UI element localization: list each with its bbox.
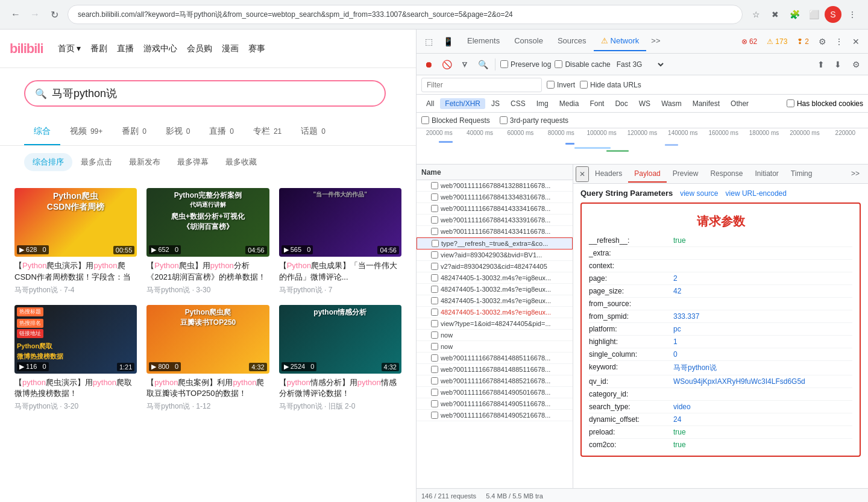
extension1-button[interactable]: ✖: [767, 6, 784, 23]
sort-综合排序[interactable]: 综合排序: [24, 153, 72, 171]
network-settings-icon[interactable]: ⚙: [849, 57, 863, 72]
clear-button[interactable]: 🚫: [439, 57, 454, 72]
video-card-2[interactable]: "当一件伟大的作品" 04:56 ▶ 565 0 【Python爬虫成果】「当一…: [279, 188, 401, 295]
req-item-2[interactable]: web?001111166788414333416678...: [417, 203, 573, 215]
payload-tab-headers[interactable]: Headers: [589, 166, 628, 183]
req-item-15[interactable]: web?001111166788414885116678...: [417, 353, 573, 364]
forward-button[interactable]: →: [27, 6, 43, 23]
back-button[interactable]: ←: [7, 6, 24, 23]
device-toolbar-icon[interactable]: 📱: [441, 34, 455, 49]
req-item-0[interactable]: web?001111166788413288116678...: [417, 180, 573, 192]
req-item-18[interactable]: web?001111166788414905016678...: [417, 387, 573, 398]
third-party-checkbox[interactable]: [500, 116, 508, 124]
inspect-element-icon[interactable]: ⬚: [421, 34, 436, 49]
req-item-16[interactable]: web?001111166788414885116678...: [417, 364, 573, 375]
nav-bangumi[interactable]: 番剧: [90, 43, 107, 54]
video-card-3[interactable]: 热搜标题 热搜排名 链接地址 Python爬取 微博热搜榜数据 1:21 ▶ 1…: [14, 305, 137, 412]
req-item-4[interactable]: web?001111166788414334116678...: [417, 226, 573, 237]
export-har-button[interactable]: ⬇: [831, 57, 845, 72]
req-item-3[interactable]: web?001111166788414333916678...: [417, 215, 573, 226]
req-item-5[interactable]: type?__refresh_=true&_extra=&co...: [417, 237, 573, 249]
tab-影视[interactable]: 影视 0: [156, 119, 200, 145]
tab-专栏[interactable]: 专栏 21: [244, 119, 291, 145]
req-item-1[interactable]: web?001111166788413348316678...: [417, 192, 573, 203]
payload-tab-response[interactable]: Response: [704, 166, 749, 183]
type-css[interactable]: CSS: [506, 98, 530, 109]
menu-button[interactable]: ⋮: [844, 6, 861, 23]
video-card-1[interactable]: Python完整分析案例 代码逐行讲解 爬虫+数据分析+可视化 《胡润百富榜》 …: [146, 188, 269, 295]
hide-data-urls-area[interactable]: Hide data URLs: [580, 81, 641, 89]
devtools-more-tabs[interactable]: >>: [646, 34, 665, 49]
payload-more-tabs[interactable]: >>: [845, 166, 866, 183]
invert-area[interactable]: Invert: [547, 81, 575, 89]
req-item-10[interactable]: 482474405-1-30032.m4s?e=ig8eux...: [417, 295, 573, 307]
type-other[interactable]: Other: [726, 98, 753, 109]
type-all[interactable]: All: [421, 98, 439, 109]
tab-sources[interactable]: Sources: [550, 31, 594, 51]
nav-home[interactable]: 首页 ▾: [58, 43, 81, 54]
type-font[interactable]: Font: [585, 98, 609, 109]
sort-最多点击[interactable]: 最多点击: [72, 153, 121, 171]
filter-toggle-button[interactable]: ⛛: [458, 57, 472, 72]
video-card-4[interactable]: Python爬虫爬 豆瓣读书TOP250 4:32 ▶ 800 0 【pytho…: [146, 305, 269, 412]
filter-input[interactable]: [421, 78, 542, 92]
disable-cache-area[interactable]: Disable cache: [555, 60, 610, 69]
nav-manga[interactable]: 漫画: [222, 43, 239, 54]
tab-话题[interactable]: 话题 0: [291, 119, 335, 145]
type-js[interactable]: JS: [486, 98, 505, 109]
video-card-0[interactable]: Python爬虫 CSDN作者周榜 00:55 ▶ 628 0 【Python爬…: [14, 188, 137, 295]
record-button[interactable]: ⏺: [421, 57, 436, 72]
devtools-more-options[interactable]: ⋮: [832, 34, 846, 49]
throttle-select[interactable]: Fast 3G Slow 3G No throttling: [614, 60, 665, 69]
payload-tab-preview[interactable]: Preview: [667, 166, 705, 183]
payload-tab-initiator[interactable]: Initiator: [749, 166, 784, 183]
reload-button[interactable]: ↻: [46, 6, 63, 23]
req-item-9[interactable]: 482474405-1-30032.m4s?e=ig8eux...: [417, 284, 573, 295]
window-button[interactable]: ⬜: [805, 6, 822, 23]
settings-icon[interactable]: ⚙: [815, 34, 829, 49]
search-box[interactable]: 🔍 马哥python说: [24, 80, 386, 107]
profile-button[interactable]: S: [825, 6, 841, 23]
payload-tab-payload[interactable]: Payload: [628, 166, 666, 183]
has-blocked-checkbox[interactable]: [787, 99, 794, 107]
nav-game[interactable]: 游戏中心: [143, 43, 177, 54]
req-item-8[interactable]: 482474405-1-30032.m4s?e=ig8eux...: [417, 272, 573, 284]
has-blocked-area[interactable]: Has blocked cookies: [787, 99, 863, 108]
req-item-20[interactable]: web?001111166788414905216678...: [417, 410, 573, 421]
req-item-12[interactable]: view?type=1&oid=482474405&pid=...: [417, 318, 573, 330]
tab-network[interactable]: ⚠ Network: [594, 31, 647, 51]
devtools-close-button[interactable]: ✕: [849, 34, 863, 49]
blocked-requests-item[interactable]: Blocked Requests: [421, 116, 490, 125]
view-source-link[interactable]: view source: [680, 189, 718, 198]
import-har-button[interactable]: ⬆: [814, 57, 828, 72]
tab-番剧[interactable]: 番剧 0: [112, 119, 156, 145]
type-media[interactable]: Media: [555, 98, 584, 109]
payload-tab-timing[interactable]: Timing: [785, 166, 819, 183]
type-fetch-xhr[interactable]: Fetch/XHR: [440, 98, 485, 109]
disable-cache-checkbox[interactable]: [555, 60, 562, 68]
tab-综合[interactable]: 综合: [24, 119, 60, 145]
search-network-button[interactable]: 🔍: [476, 57, 490, 72]
bookmark-button[interactable]: ☆: [747, 6, 764, 23]
tab-直播[interactable]: 直播 0: [200, 119, 244, 145]
req-item-13[interactable]: now: [417, 330, 573, 341]
video-card-5[interactable]: python情感分析 4:32 ▶ 2524 0 【python情感分析】用py…: [279, 305, 401, 412]
req-item-6[interactable]: view?aid=893042903&bvid=BV1...: [417, 249, 573, 261]
address-bar[interactable]: search.bilibili.com/all?keyword=马哥python…: [68, 5, 743, 24]
nav-sports[interactable]: 赛事: [248, 43, 265, 54]
third-party-item[interactable]: 3rd-party requests: [500, 116, 568, 125]
invert-checkbox[interactable]: [547, 81, 555, 89]
sort-最多弹幕[interactable]: 最多弹幕: [169, 153, 217, 171]
type-img[interactable]: Img: [532, 98, 553, 109]
nav-live[interactable]: 直播: [117, 43, 134, 54]
req-item-17[interactable]: web?001111166788414885216678...: [417, 375, 573, 387]
type-manifest[interactable]: Manifest: [688, 98, 725, 109]
preserve-log-area[interactable]: Preserve log: [500, 60, 551, 69]
type-doc[interactable]: Doc: [610, 98, 632, 109]
tab-console[interactable]: Console: [507, 31, 550, 51]
req-item-7[interactable]: v2?aid=893042903&cid=482474405: [417, 261, 573, 272]
view-url-encoded-link[interactable]: view URL-encoded: [726, 189, 787, 198]
sort-最多收藏[interactable]: 最多收藏: [217, 153, 265, 171]
blocked-requests-checkbox[interactable]: [421, 116, 429, 124]
nav-vip[interactable]: 会员购: [187, 43, 212, 54]
